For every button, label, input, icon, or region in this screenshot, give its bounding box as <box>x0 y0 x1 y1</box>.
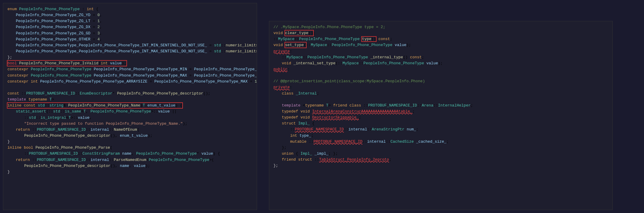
right-line-1: // .MySpace.PeopleInfo.Phone.PhoneType t… <box>273 24 608 30</box>
right-line-8: public: <box>273 66 608 72</box>
code-line-17: static_assert(::std::is_same<T, PeopleIn… <box>7 109 253 115</box>
right-line-17: int type_; <box>273 133 608 139</box>
right-line-16: ::PROTOBUF_NAMESPACE_ID::internal::Arena… <box>273 127 608 133</box>
right-line-22: }; <box>273 163 608 169</box>
code-line-27: } <box>7 169 253 175</box>
right-line-19: }; <box>273 145 608 151</box>
code-line-21: PeopleInfo_Phone_PhoneType_descriptor(),… <box>7 133 253 139</box>
code-line-24: ::PROTOBUF_NAMESPACE_ID::ConstStringPara… <box>7 151 253 157</box>
code-line-4: PeopleInfo_Phone_PhoneType_ZG_DX = 2, <box>7 24 253 30</box>
code-line-2: PeopleInfo_Phone_PhoneType_ZG_YD = 0, <box>7 12 253 18</box>
right-blank-2 <box>273 97 608 103</box>
code-line-10: bool PeopleInfo_Phone_PhoneType_IsValid(… <box>7 60 253 66</box>
right-line-21: friend struct ::TableStruct_PeopleInfo_2… <box>273 157 608 163</box>
code-line-13: constexpr int PeopleInfo_Phone_PhoneType… <box>7 79 253 85</box>
code-line-15: template<typename T> <box>7 97 253 103</box>
right-line-5: private: <box>273 48 608 54</box>
code-line-6: PeopleInfo_Phone_PhoneType_OTHER = 4, <box>7 36 253 42</box>
code-line-19: "Incorrect type passed to function Peopl… <box>7 121 253 127</box>
right-line-15: struct Impl_ { <box>273 121 608 127</box>
code-line-26: PeopleInfo_Phone_PhoneType_descriptor(),… <box>7 163 253 169</box>
code-line-18: ::std::is_integral<T>::value, <box>7 115 253 121</box>
right-line-18: mutable ::PROTOBUF_NAMESPACE_ID::interna… <box>273 139 608 145</box>
right-line-4: void set_type(::MySpace::PeopleInfo_Phon… <box>273 42 608 48</box>
right-line-6: ::MySpace::PeopleInfo_Phone_PhoneType _i… <box>273 54 608 60</box>
code-line-7: PeopleInfo_Phone_PhoneType_PeopleInfo_Ph… <box>7 42 253 48</box>
right-line-11: class _Internal; <box>273 91 608 97</box>
code-line-8: PeopleInfo_Phone_PhoneType_PeopleInfo_Ph… <box>7 48 253 54</box>
code-line-5: PeopleInfo_Phone_PhoneType_ZG_GD = 3, <box>7 31 253 36</box>
code-line-23: inline bool PeopleInfo_Phone_PhoneType_P… <box>7 145 253 151</box>
code-line-20: return ::PROTOBUF_NAMESPACE_ID::internal… <box>7 127 253 133</box>
right-line-3: ::MySpace::PeopleInfo_Phone_PhoneType ty… <box>273 36 608 42</box>
code-line-16: inline const std::string& PeopleInfo_Pho… <box>7 103 253 109</box>
code-line-12: constexpr PeopleInfo_Phone_PhoneType Peo… <box>7 73 253 79</box>
code-line-9: }; <box>7 54 253 60</box>
right-line-14: typedef void DestructorSkippable_; <box>273 115 608 121</box>
code-line-14: const ::PROTOBUF_NAMESPACE_ID::EnumDescr… <box>7 91 253 97</box>
code-line-1: enum PeopleInfo_Phone_PhoneType : int { <box>7 6 253 12</box>
right-line-12: template <typename T> friend class ::PRO… <box>273 103 608 109</box>
right-line-2: void clear_type(); <box>273 30 608 36</box>
right-line-13: typedef void InternalArenaConstrucAAAAAA… <box>273 109 608 115</box>
right-line-10: private: <box>273 84 608 90</box>
code-line-25: return ::PROTOBUF_NAMESPACE_ID::internal… <box>7 157 253 163</box>
right-line-9: // @@protoc_insertion_point(class_scope:… <box>273 78 608 84</box>
right-code-panel: // .MySpace.PeopleInfo.Phone.PhoneType t… <box>269 21 613 210</box>
blank-line-1 <box>7 85 253 91</box>
code-line-3: PeopleInfo_Phone_PhoneType_ZG_LT = 1, <box>7 18 253 24</box>
code-line-11: constexpr PeopleInfo_Phone_PhoneType Peo… <box>7 66 253 72</box>
code-line-22: } <box>7 139 253 145</box>
right-line-7: void _internal_set_type(::MySpace::Peopl… <box>273 60 608 66</box>
right-blank-1 <box>273 72 608 78</box>
right-line-20: union { Impl_ _impl_; }; <box>273 151 608 157</box>
left-code-panel: enum PeopleInfo_Phone_PhoneType : int { … <box>3 3 257 210</box>
